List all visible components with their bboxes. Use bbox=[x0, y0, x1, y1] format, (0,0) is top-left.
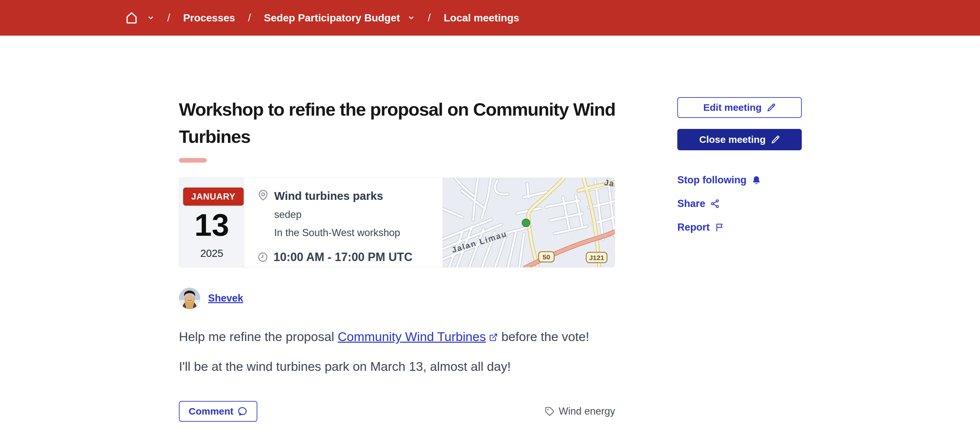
flag-icon bbox=[714, 223, 724, 232]
chevron-down-icon[interactable] bbox=[147, 14, 154, 21]
proposal-link[interactable]: Community Wind Turbines bbox=[338, 330, 486, 343]
svg-text:50: 50 bbox=[542, 253, 550, 261]
svg-text:J121: J121 bbox=[589, 254, 605, 261]
map-pin-icon bbox=[257, 189, 269, 201]
event-card: JANUARY 13 2025 Wind turbines parks sede… bbox=[179, 178, 615, 267]
description-text: before the vote! bbox=[498, 330, 589, 343]
chevron-down-icon[interactable] bbox=[408, 14, 415, 21]
external-link-icon[interactable] bbox=[489, 333, 498, 342]
breadcrumb-home[interactable] bbox=[124, 11, 154, 25]
breadcrumb-item-process[interactable]: Sedep Participatory Budget bbox=[264, 12, 400, 24]
breadcrumb-separator: / bbox=[167, 12, 170, 24]
stop-following-label: Stop following bbox=[677, 174, 747, 186]
edit-meeting-button[interactable]: Edit meeting bbox=[677, 97, 802, 118]
day-label: 13 bbox=[194, 210, 229, 241]
meeting-map[interactable]: Jalan Limau Jala 50 J121 bbox=[442, 178, 615, 267]
year-label: 2025 bbox=[200, 248, 223, 259]
month-label: JANUARY bbox=[191, 192, 235, 202]
report-label: Report bbox=[677, 221, 710, 233]
comment-bubble-icon bbox=[238, 407, 248, 416]
pencil-icon bbox=[771, 135, 780, 144]
comment-button[interactable]: Comment bbox=[179, 401, 257, 422]
month-ribbon: JANUARY bbox=[183, 188, 244, 206]
breadcrumb-separator: / bbox=[428, 12, 431, 24]
date-panel: JANUARY 13 2025 bbox=[179, 178, 244, 267]
map-marker[interactable] bbox=[522, 219, 530, 227]
meeting-page: { "colors": { "header_bg": "#bf2e25", "r… bbox=[0, 0, 980, 434]
close-meeting-label: Close meeting bbox=[699, 134, 765, 145]
bell-icon bbox=[751, 175, 761, 185]
breadcrumb-item-local-meetings[interactable]: Local meetings bbox=[444, 12, 519, 24]
title-accent-bar bbox=[179, 158, 207, 162]
share-icon bbox=[710, 199, 720, 208]
map-route-badge-j121: J121 bbox=[586, 252, 607, 263]
meeting-footer: Comment Wind energy bbox=[179, 401, 615, 422]
close-meeting-button[interactable]: Close meeting bbox=[677, 129, 802, 150]
location-panel: Wind turbines parks sedep In the South-W… bbox=[244, 178, 442, 267]
breadcrumb: / Processes / Sedep Participatory Budget… bbox=[0, 0, 980, 36]
tag-icon bbox=[544, 406, 555, 417]
author-row: Shevek bbox=[179, 288, 615, 309]
sidebar-links: Stop following Share Report bbox=[677, 174, 802, 233]
tag-label: Wind energy bbox=[559, 405, 615, 417]
author-link[interactable]: Shevek bbox=[208, 293, 243, 304]
clock-icon bbox=[257, 252, 268, 263]
comment-button-label: Comment bbox=[189, 406, 233, 417]
edit-meeting-label: Edit meeting bbox=[703, 102, 762, 113]
location-scope: sedep bbox=[274, 209, 442, 221]
pencil-icon bbox=[767, 103, 776, 112]
description-text-2: I'll be at the wind turbines park on Mar… bbox=[179, 359, 615, 374]
avatar[interactable] bbox=[179, 288, 200, 309]
breadcrumb-item-processes[interactable]: Processes bbox=[183, 12, 235, 24]
location-name: Wind turbines parks bbox=[274, 189, 383, 202]
meeting-time: 10:00 AM - 17:00 PM UTC bbox=[274, 250, 412, 264]
description-text: Help me refine the proposal bbox=[179, 330, 338, 343]
meeting-main: Workshop to refine the proposal on Commu… bbox=[179, 96, 615, 422]
share-label: Share bbox=[677, 198, 705, 210]
meeting-description: Help me refine the proposal Community Wi… bbox=[179, 330, 615, 374]
map-route-badge-50: 50 bbox=[539, 252, 554, 262]
stop-following-link[interactable]: Stop following bbox=[677, 174, 802, 186]
share-link[interactable]: Share bbox=[677, 198, 802, 210]
location-detail: In the South-West workshop bbox=[274, 227, 442, 239]
page-title: Workshop to refine the proposal on Commu… bbox=[179, 96, 639, 150]
meeting-sidebar: Edit meeting Close meeting Stop followin… bbox=[677, 97, 802, 233]
category-tag[interactable]: Wind energy bbox=[544, 405, 615, 417]
breadcrumb-separator: / bbox=[248, 12, 251, 24]
home-icon[interactable] bbox=[124, 11, 139, 25]
report-link[interactable]: Report bbox=[677, 221, 802, 233]
